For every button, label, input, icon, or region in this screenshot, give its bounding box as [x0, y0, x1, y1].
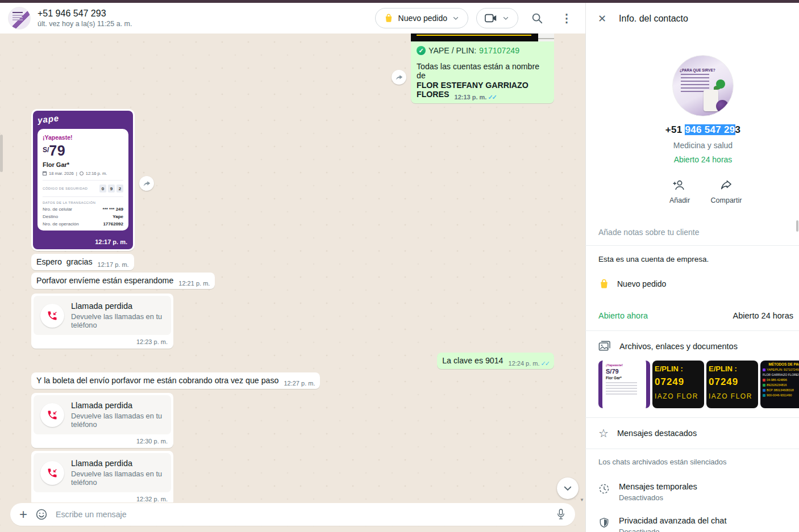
yape-plin-label: YAPE / PLIN:: [428, 46, 476, 55]
chat-column: +51 946 547 293 últ. vez hoy a la(s) 11:…: [0, 3, 585, 532]
missed-call-message[interactable]: Llamada perdida Devuelve las llamadas en…: [31, 294, 173, 349]
message-time: 12:13 p. m.✓✓: [455, 94, 496, 100]
business-account-note: Esta es una cuenta de empresa.: [585, 246, 799, 267]
forward-message-icon[interactable]: [139, 176, 154, 191]
media-thumbnail-plin-flyer[interactable]: E/PLIN : 07249 IAZO FLOR: [652, 361, 704, 408]
whatsapp-window: +51 946 547 293 últ. vez hoy a la(s) 11:…: [0, 0, 799, 532]
attach-plus-icon[interactable]: +: [19, 508, 27, 521]
video-call-button[interactable]: [476, 8, 518, 28]
client-notes-input[interactable]: Añade notas sobre tu cliente: [585, 219, 799, 246]
message-input[interactable]: [56, 510, 548, 519]
message-time: 12:30 p. m.: [34, 434, 171, 447]
yape-datetime: 18 mar. 2026 | 12:16 p. m.: [43, 171, 123, 176]
chevron-down-icon: [452, 14, 460, 22]
last-seen-text: últ. vez hoy a la(s) 11:25 a. m.: [38, 20, 368, 28]
text-message[interactable]: Y la boleta del envío porfavor me están …: [31, 372, 320, 389]
files-links-docs-label: Archivos, enlaces y documentos: [619, 342, 738, 351]
order-bag-icon: [384, 13, 394, 23]
transaction-data-label: DATOS DE LA TRANSACCIÓN: [43, 201, 123, 204]
text-message[interactable]: Espero gracias12:17 p. m.: [31, 254, 134, 270]
avatar-grapes: [716, 100, 729, 112]
avatar-flyer-title: ¿PARA QUE SIRVE?: [680, 68, 715, 72]
close-icon[interactable]: ✕: [598, 12, 606, 25]
contact-info-panel: ✕ Info. del contacto ¿PARA QUE SIRVE? +5…: [585, 3, 799, 532]
advanced-privacy-row[interactable]: Privacidad avanzada del chat Desactivado: [585, 509, 799, 532]
contact-profile-photo[interactable]: ¿PARA QUE SIRVE?: [672, 55, 734, 116]
starred-messages-row[interactable]: ☆ Mensajes destacados: [585, 418, 799, 449]
video-camera-icon: [485, 13, 497, 23]
disappearing-messages-status: Desactivados: [619, 493, 697, 502]
avatar-flyer-lines: [681, 74, 709, 75]
missed-call-title: Llamada perdida: [71, 301, 164, 311]
contact-names[interactable]: +51 946 547 293 últ. vez hoy a la(s) 11:…: [38, 9, 368, 28]
text-message[interactable]: La clave es 901412:24 p. m.✓✓: [437, 353, 554, 369]
add-contact-button[interactable]: Añadir: [661, 179, 698, 204]
business-category: Medicina y salud: [585, 141, 799, 150]
yape-receipt-message[interactable]: yape ¡Yapeaste! S/79 Flor Gar* 18 mar. 2…: [31, 109, 135, 251]
disappearing-messages-row[interactable]: Mensajes temporales Desactivados: [585, 475, 799, 509]
payment-info-message[interactable]: 917107249 FLOR GARRIAZO FLORES ✓ YAPE / …: [411, 33, 554, 103]
search-icon[interactable]: [526, 7, 548, 29]
contact-phone-number[interactable]: +51 946 547 293: [585, 124, 799, 136]
business-hours-status[interactable]: Abierto 24 horas: [585, 155, 799, 164]
yape-plin-number[interactable]: 917107249: [479, 46, 519, 55]
message-row: Y la boleta del envío porfavor me están …: [31, 372, 554, 389]
message-row: La clave es 901412:24 p. m.✓✓: [31, 353, 554, 369]
timer-icon: [598, 483, 610, 495]
calendar-icon: [43, 171, 47, 175]
contact-avatar[interactable]: [8, 7, 31, 30]
media-thumbnail-yape-receipt[interactable]: ¡Yapeaste! S/79 Flor Gar*: [598, 361, 650, 408]
left-scrollbar-thumb[interactable]: [0, 135, 3, 172]
menu-kebab-icon[interactable]: ⋮: [556, 7, 577, 29]
security-code-digits: 0 9 2: [99, 185, 123, 192]
yape-payee: Flor Gar*: [43, 161, 123, 168]
add-contact-label: Añadir: [669, 196, 690, 204]
new-order-label: Nuevo pedido: [398, 14, 447, 23]
panel-scrollbar-thumb[interactable]: [796, 220, 798, 232]
order-bag-icon: [598, 278, 610, 290]
star-icon: ☆: [598, 428, 609, 439]
missed-call-message[interactable]: Llamada perdida Devuelve las llamadas en…: [31, 393, 173, 448]
media-files-icon: [598, 341, 611, 352]
read-ticks-icon: ✓✓: [541, 360, 549, 367]
emoji-icon[interactable]: [35, 508, 48, 521]
message-time: 12:27 p. m.: [284, 380, 315, 387]
payment-flyer-image[interactable]: 917107249 FLOR GARRIAZO FLORES: [411, 33, 554, 41]
chat-header: +51 946 547 293 últ. vez hoy a la(s) 11:…: [0, 3, 585, 33]
missed-call-subtitle: Devuelve las llamadas en tu teléfono: [71, 470, 164, 487]
yape-logo: yape: [37, 113, 60, 125]
yape-headline: ¡Yapeaste!: [43, 134, 123, 141]
text-message[interactable]: Porfavor envíeme están esperandome12:21 …: [31, 273, 215, 289]
account-owner-name: FLOR ESTEFANY GARRIAZO FLORES12:13 p. m.…: [417, 81, 548, 99]
read-ticks-icon: ✓✓: [488, 94, 496, 100]
yape-receipt-card: yape ¡Yapeaste! S/79 Flor Gar* 18 mar. 2…: [33, 111, 133, 249]
scroll-to-bottom-button[interactable]: [557, 477, 579, 499]
transaction-row: Nro. de celular*** *** 249: [43, 207, 123, 212]
share-icon: [719, 179, 733, 191]
missed-call-icon: [40, 304, 64, 328]
missed-call-message[interactable]: Llamada perdida Devuelve las llamadas en…: [31, 451, 173, 502]
message-time: 12:21 p. m.: [178, 280, 210, 287]
missed-call-title: Llamada perdida: [71, 401, 164, 410]
panel-new-order-button[interactable]: Nuevo pedido: [585, 267, 799, 301]
files-links-docs-row[interactable]: Archivos, enlaces y documentos: [585, 331, 799, 359]
forward-message-icon[interactable]: [392, 70, 406, 85]
new-order-button[interactable]: Nuevo pedido: [375, 8, 468, 28]
flyer-side-list: [538, 33, 554, 41]
message-row: Llamada perdida Devuelve las llamadas en…: [31, 294, 554, 349]
message-list[interactable]: 917107249 FLOR GARRIAZO FLORES ✓ YAPE / …: [0, 33, 585, 502]
business-hours-row[interactable]: Abierto ahora Abierto 24 horas: [585, 301, 799, 331]
disappearing-messages-label: Mensajes temporales: [619, 482, 697, 491]
message-time: 12:17 p. m.: [98, 261, 129, 268]
message-row: Espero gracias12:17 p. m.: [31, 254, 554, 270]
advanced-privacy-label: Privacidad avanzada del chat: [619, 516, 726, 525]
media-thumbnail-payment-methods[interactable]: MÉTODOS DE PAGO YAPE/PLIN: 917107249 FLO…: [760, 361, 799, 408]
transaction-row: Nro. de operación17762092: [43, 221, 123, 227]
share-contact-button[interactable]: Compartir: [708, 179, 744, 204]
person-add-icon: [673, 179, 686, 191]
media-thumbnail-plin-flyer[interactable]: E/PLIN : 07249 IAZO FLOR: [706, 361, 758, 408]
scrollbar-down-arrow[interactable]: ▼: [580, 497, 584, 502]
message-row: Porfavor envíeme están esperandome12:21 …: [31, 273, 554, 289]
missed-call-icon: [40, 403, 64, 427]
microphone-icon[interactable]: [556, 508, 566, 521]
